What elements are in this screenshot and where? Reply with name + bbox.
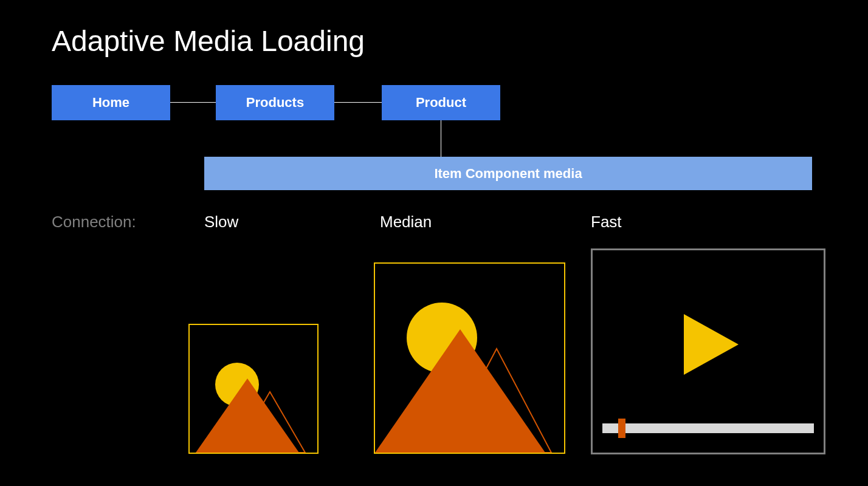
- nav-node-home: Home: [52, 85, 170, 120]
- item-component-label: Item Component media: [434, 166, 582, 182]
- speed-label-fast: Fast: [591, 213, 622, 231]
- seek-bar: [602, 423, 814, 433]
- connector-line: [334, 102, 382, 103]
- nav-home-label: Home: [92, 95, 129, 111]
- nav-product-label: Product: [416, 95, 466, 111]
- nav-products-label: Products: [246, 95, 304, 111]
- speed-label-slow: Slow: [204, 213, 238, 231]
- connector-line: [441, 120, 441, 157]
- connection-label: Connection:: [52, 213, 136, 231]
- nav-node-products: Products: [216, 85, 334, 120]
- speed-label-median: Median: [380, 213, 432, 231]
- low-res-image-icon: [188, 324, 319, 454]
- connector-line: [170, 102, 216, 103]
- video-player-icon: [591, 248, 825, 454]
- seek-thumb: [618, 419, 625, 438]
- svg-marker-6: [684, 314, 739, 375]
- nav-node-product: Product: [382, 85, 500, 120]
- svg-marker-5: [375, 329, 545, 453]
- item-component-bar: Item Component media: [204, 157, 812, 190]
- high-res-image-icon: [374, 262, 565, 454]
- page-title: Adaptive Media Loading: [52, 24, 365, 58]
- play-icon: [678, 311, 745, 378]
